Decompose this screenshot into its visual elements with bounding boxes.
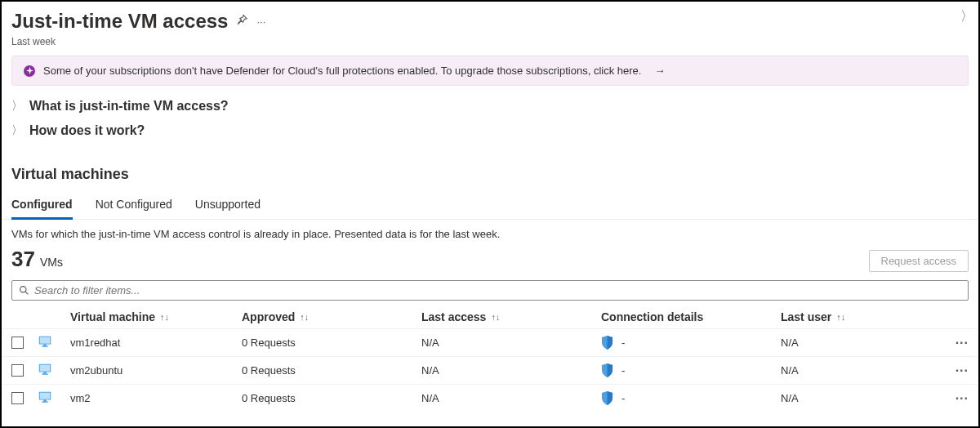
cell-last-access: N/A <box>421 364 601 377</box>
tab-not-configured[interactable]: Not Configured <box>96 194 172 219</box>
vm-count-unit: VMs <box>40 256 63 269</box>
expando-what-is-jit[interactable]: 〉 What is just-in-time VM access? <box>2 94 978 118</box>
cell-approved: 0 Requests <box>242 337 421 349</box>
row-checkbox[interactable] <box>11 364 24 377</box>
svg-line-1 <box>25 292 28 294</box>
vm-icon <box>38 390 70 407</box>
cell-last-access: N/A <box>421 392 601 404</box>
cell-last-user: N/A <box>781 337 939 349</box>
svg-rect-9 <box>42 373 47 374</box>
col-approved[interactable]: Approved↑↓ <box>242 310 421 323</box>
sort-icon: ↑↓ <box>491 312 500 322</box>
expando-label: How does it work? <box>29 123 145 138</box>
expando-how-does-it-work[interactable]: 〉 How does it work? <box>2 118 978 143</box>
tab-configured[interactable]: Configured <box>11 194 73 219</box>
shield-icon <box>601 336 613 350</box>
row-more-icon[interactable]: ··· <box>939 336 969 350</box>
cell-connection: - <box>601 363 781 377</box>
tab-description: VMs for which the just-in-time VM access… <box>2 220 978 242</box>
table-header: Virtual machine↑↓ Approved↑↓ Last access… <box>2 305 978 328</box>
svg-rect-7 <box>40 365 51 372</box>
cell-last-user: N/A <box>781 364 939 377</box>
page-title: Just-in-time VM access <box>11 10 228 33</box>
section-title: Virtual machines <box>2 143 978 188</box>
more-icon[interactable]: ··· <box>256 16 265 28</box>
svg-point-0 <box>20 287 26 292</box>
vm-count-value: 37 <box>11 247 35 271</box>
close-icon[interactable]: 〉 <box>960 8 973 25</box>
vm-icon <box>38 334 70 351</box>
row-more-icon[interactable]: ··· <box>939 391 969 406</box>
col-last-access[interactable]: Last access↑↓ <box>421 310 601 323</box>
svg-rect-4 <box>43 345 47 346</box>
chevron-right-icon: 〉 <box>11 99 23 114</box>
cell-approved: 0 Requests <box>242 364 421 377</box>
vm-count: 37VMs <box>11 247 63 272</box>
svg-rect-13 <box>42 401 47 402</box>
cell-vm-name[interactable]: vm2 <box>70 392 242 404</box>
request-access-button[interactable]: Request access <box>869 250 969 272</box>
sort-icon: ↑↓ <box>836 312 845 322</box>
row-checkbox[interactable] <box>11 337 24 349</box>
shield-icon <box>601 363 613 377</box>
page-subtitle: Last week <box>2 36 978 56</box>
vm-icon <box>38 362 70 379</box>
banner-text: Some of your subscriptions don't have De… <box>43 65 641 77</box>
row-more-icon[interactable]: ··· <box>939 363 969 378</box>
cell-vm-name[interactable]: vm2ubuntu <box>70 364 242 377</box>
cell-connection: - <box>601 391 781 405</box>
col-last-user[interactable]: Last user↑↓ <box>781 310 939 323</box>
row-checkbox[interactable] <box>11 392 24 404</box>
col-vm[interactable]: Virtual machine↑↓ <box>70 310 242 323</box>
col-connection[interactable]: Connection details <box>601 310 781 323</box>
expando-label: What is just-in-time VM access? <box>29 99 229 114</box>
shield-icon <box>601 391 613 405</box>
svg-rect-3 <box>40 337 51 344</box>
sort-icon: ↑↓ <box>160 312 169 322</box>
table-row: vm2 0 Requests N/A - N/A ··· <box>2 384 978 412</box>
search-box[interactable] <box>11 280 969 301</box>
svg-rect-12 <box>43 400 47 402</box>
pin-icon[interactable] <box>236 14 248 29</box>
svg-rect-5 <box>42 346 47 346</box>
table-row: vm1redhat 0 Requests N/A - N/A ··· <box>2 328 978 356</box>
arrow-right-icon: → <box>654 65 665 77</box>
svg-rect-11 <box>40 393 51 399</box>
chevron-right-icon: 〉 <box>11 123 23 138</box>
svg-rect-8 <box>43 372 47 374</box>
upgrade-banner[interactable]: Some of your subscriptions don't have De… <box>11 56 969 86</box>
cell-last-user: N/A <box>781 392 939 404</box>
tabs: Configured Not Configured Unsupported <box>2 188 978 220</box>
table-row: vm2ubuntu 0 Requests N/A - N/A ··· <box>2 356 978 384</box>
search-icon <box>19 285 29 296</box>
sort-icon: ↑↓ <box>300 312 309 322</box>
cell-connection: - <box>601 336 781 350</box>
cell-last-access: N/A <box>421 337 601 349</box>
cell-approved: 0 Requests <box>242 392 421 404</box>
search-input[interactable] <box>34 284 961 296</box>
tab-unsupported[interactable]: Unsupported <box>195 194 261 219</box>
compass-icon <box>24 65 35 77</box>
cell-vm-name[interactable]: vm1redhat <box>70 337 242 349</box>
